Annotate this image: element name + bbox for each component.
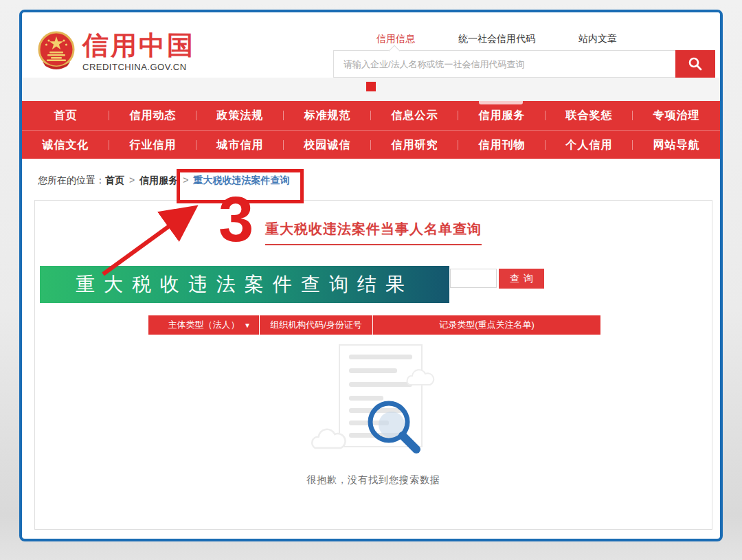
site-header: 信用中国 CREDITCHINA.GOV.CN 信用信息 统一社会信用代码 站内… (22, 12, 720, 101)
search-tabs: 信用信息 统一社会信用代码 站内文章 (376, 33, 617, 45)
empty-result-illustration (291, 338, 456, 458)
nav-item-public-info[interactable]: 信息公示 (371, 101, 458, 130)
column-org-code-id-label: 组织机构代码/身份证号 (270, 319, 362, 331)
nav-item-site-map[interactable]: 网站导航 (633, 131, 720, 159)
search-button[interactable] (675, 50, 715, 78)
annotation-step-number: 3 (218, 190, 254, 249)
nav-item-policies[interactable]: 政策法规 (196, 101, 284, 130)
nav-item-credit-research[interactable]: 信用研究 (371, 131, 458, 159)
national-emblem-icon (37, 30, 76, 70)
tab-site-articles[interactable]: 站内文章 (578, 33, 617, 45)
brand-text: 信用中国 CREDITCHINA.GOV.CN (82, 30, 195, 72)
nav-item-credit-news[interactable]: 信用动态 (109, 101, 196, 130)
nav-item-city-credit[interactable]: 城市信用 (196, 131, 284, 159)
tab-unified-social-credit-code[interactable]: 统一社会信用代码 (458, 33, 535, 45)
column-org-code-id: 组织机构代码/身份证号 (260, 315, 373, 335)
brand-domain: CREDITCHINA.GOV.CN (82, 62, 195, 72)
nav-row-2: 诚信文化 行业信用 城市信用 校园诚信 信用研究 信用刊物 个人信用 网站导航 (22, 130, 720, 159)
nav-row-1: 首页 信用动态 政策法规 标准规范 信息公示 信用服务 联合奖惩 专项治理 (22, 101, 720, 130)
column-subject-type[interactable]: 主体类型（法人） ▼ (148, 315, 260, 335)
column-subject-type-label: 主体类型（法人） (168, 319, 240, 331)
nav-item-joint-rewards[interactable]: 联合奖惩 (546, 101, 633, 130)
search-icon (688, 56, 703, 71)
query-button[interactable]: 查询 (499, 269, 544, 289)
red-square-marker (366, 82, 376, 91)
nav-item-home[interactable]: 首页 (22, 101, 109, 130)
nav-item-personal-credit[interactable]: 个人信用 (546, 131, 633, 159)
dropdown-arrow-icon[interactable]: ▼ (244, 322, 251, 329)
query-input[interactable] (450, 269, 497, 288)
nav-item-credit-services[interactable]: 信用服务 (458, 101, 546, 130)
main-navigation: 首页 信用动态 政策法规 标准规范 信息公示 信用服务 联合奖惩 专项治理 诚信… (22, 101, 720, 159)
nav-item-industry-credit[interactable]: 行业信用 (109, 131, 196, 159)
breadcrumb-credit-services[interactable]: 信用服务 (139, 175, 178, 186)
nav-item-credit-publications[interactable]: 信用刊物 (458, 131, 546, 159)
page-title[interactable]: 重大税收违法案件当事人名单查询 (265, 220, 482, 245)
column-record-type: 记录类型(重点关注名单) (373, 315, 600, 335)
nav-item-special-governance[interactable]: 专项治理 (633, 101, 720, 130)
result-table-header: 主体类型（法人） ▼ 组织机构代码/身份证号 记录类型(重点关注名单) (148, 315, 600, 335)
nav-item-campus-integrity[interactable]: 校园诚信 (284, 131, 371, 159)
tab-credit-info[interactable]: 信用信息 (376, 33, 415, 45)
nav-item-standards[interactable]: 标准规范 (284, 101, 371, 130)
breadcrumb-separator: > (129, 175, 135, 186)
breadcrumb-home[interactable]: 首页 (105, 175, 124, 186)
column-record-type-label: 记录类型(重点关注名单) (439, 319, 535, 331)
search-input[interactable] (334, 51, 675, 77)
site-window: 信用中国 CREDITCHINA.GOV.CN 信用信息 统一社会信用代码 站内… (19, 10, 723, 541)
search-box (333, 50, 675, 78)
brand-title: 信用中国 (82, 30, 195, 60)
site-logo[interactable]: 信用中国 CREDITCHINA.GOV.CN (37, 30, 195, 72)
nav-item-integrity-culture[interactable]: 诚信文化 (22, 131, 109, 159)
breadcrumb-prefix: 您所在的位置： (38, 175, 105, 186)
empty-result-message: 很抱歉，没有找到您搜索数据 (35, 474, 712, 486)
annotation-arrow-icon (91, 194, 207, 284)
